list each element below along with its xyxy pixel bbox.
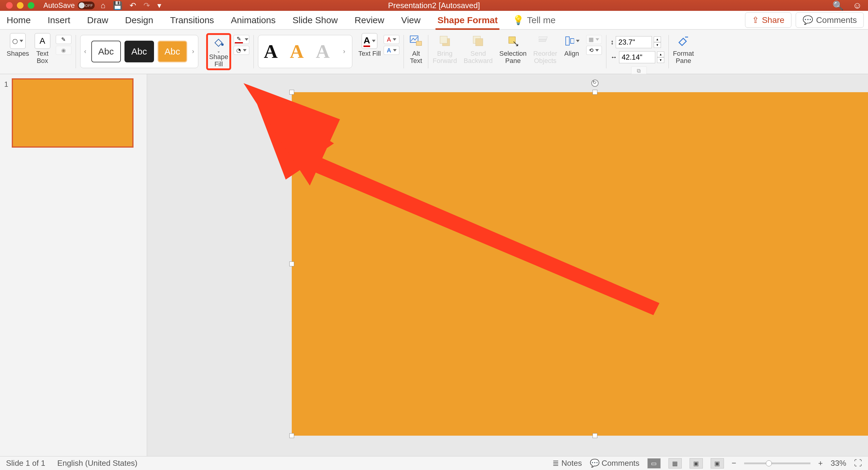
resize-handle-w[interactable] <box>289 261 294 266</box>
text-fill-button[interactable]: A <box>362 33 377 49</box>
minimize-window-button[interactable] <box>17 2 24 9</box>
resize-handle-sw[interactable] <box>289 433 294 438</box>
shape-styles-gallery[interactable]: ‹ Abc Abc Abc › <box>80 35 198 68</box>
width-input[interactable]: 42.14" <box>619 51 655 63</box>
tab-view[interactable]: View <box>399 15 422 25</box>
zoom-level[interactable]: 33% <box>831 459 846 468</box>
slide-thumbnails-pane[interactable]: 1 <box>0 74 147 456</box>
slide-indicator[interactable]: Slide 1 of 1 <box>6 459 45 468</box>
shape-outline-button[interactable]: ✎ <box>234 35 249 44</box>
account-icon[interactable]: ☺ <box>852 0 862 11</box>
wordart-style-3[interactable]: A <box>316 40 330 63</box>
work-area: 1 <box>0 74 868 456</box>
tell-me-search[interactable]: 💡 Tell me <box>513 15 555 25</box>
undo-icon[interactable]: ↶ <box>130 1 136 10</box>
format-pane-group: Format Pane <box>670 32 697 71</box>
width-up[interactable]: ▴ <box>657 52 664 57</box>
autosave-switch[interactable]: OFF <box>78 1 95 9</box>
slide-thumbnail[interactable] <box>12 78 133 148</box>
resize-handle-n[interactable] <box>592 90 597 95</box>
bring-forward-button[interactable] <box>437 33 453 49</box>
share-button[interactable]: ⇪Share <box>745 12 792 28</box>
share-icon: ⇪ <box>752 15 759 25</box>
group-button[interactable]: ▦ <box>586 35 602 44</box>
tab-transitions[interactable]: Transitions <box>168 15 216 25</box>
shape-styles-group: ‹ Abc Abc Abc › <box>77 32 201 71</box>
height-up[interactable]: ▴ <box>654 36 661 42</box>
wordart-next-icon[interactable]: › <box>342 48 347 56</box>
comments-button[interactable]: 💬Comments <box>796 12 864 28</box>
height-input[interactable]: 23.7" <box>616 36 652 48</box>
merge-shapes-button[interactable]: ◉ <box>56 46 71 55</box>
tab-design[interactable]: Design <box>123 15 155 25</box>
resize-handle-nw[interactable] <box>289 90 294 95</box>
shape-fill-group: ⌄ Shape Fill ✎ ◔ <box>203 32 253 71</box>
svg-rect-8 <box>538 39 547 41</box>
text-effects-button[interactable]: A <box>384 46 399 55</box>
shape-fill-button[interactable]: ⌄ Shape Fill <box>206 33 231 70</box>
status-bar: Slide 1 of 1 English (United States) ≣ N… <box>0 456 868 470</box>
maximize-window-button[interactable] <box>28 2 34 9</box>
shape-style-3[interactable]: Abc <box>158 41 187 62</box>
close-window-button[interactable] <box>6 2 13 9</box>
tab-slideshow[interactable]: Slide Show <box>290 15 339 25</box>
gallery-next-icon[interactable]: › <box>191 48 195 56</box>
wordart-style-1[interactable]: A <box>264 40 278 63</box>
textbox-button[interactable]: A <box>35 33 50 49</box>
text-outline-button[interactable]: A <box>384 35 399 44</box>
shape-effects-button[interactable]: ◔ <box>234 46 249 55</box>
tab-draw[interactable]: Draw <box>85 15 110 25</box>
fit-to-window-button[interactable]: ⛶ <box>854 459 862 468</box>
slide-canvas[interactable] <box>147 74 868 456</box>
comments-status-button[interactable]: 💬 Comments <box>590 459 640 468</box>
tab-shape-format[interactable]: Shape Format <box>435 15 499 30</box>
wordart-style-2[interactable]: A <box>290 40 304 63</box>
zoom-in-button[interactable]: + <box>818 459 823 468</box>
resize-handle-s[interactable] <box>592 433 597 438</box>
redo-icon[interactable]: ↷ <box>144 1 150 10</box>
svg-rect-6 <box>475 38 483 46</box>
thumbnail-1[interactable]: 1 <box>4 78 143 148</box>
gallery-prev-icon[interactable]: ‹ <box>83 48 88 56</box>
zoom-out-button[interactable]: − <box>732 459 736 468</box>
size-group: ↕ 23.7" ▴▾ ↔ 42.14" ▴▾ ⧉ ↘ <box>608 32 667 71</box>
format-pane-button[interactable] <box>676 33 691 49</box>
wordart-gallery[interactable]: A A A › <box>258 35 352 68</box>
notes-button[interactable]: ≣ Notes <box>553 459 582 468</box>
arrange-group: Bring Forward Send Backward Selection Pa… <box>430 32 604 71</box>
align-button[interactable] <box>564 33 580 49</box>
shapes-group: ◯ Shapes A Text Box ✎ ◉ <box>4 32 74 71</box>
search-icon[interactable]: 🔍 <box>832 0 844 11</box>
alt-text-button[interactable] <box>408 33 424 49</box>
tab-insert[interactable]: Insert <box>46 15 72 25</box>
selected-rectangle-shape[interactable] <box>292 92 868 436</box>
tab-home[interactable]: Home <box>5 15 33 25</box>
normal-view-button[interactable]: ▭ <box>647 458 661 469</box>
shape-style-2[interactable]: Abc <box>124 41 154 62</box>
width-down[interactable]: ▾ <box>657 57 664 63</box>
comments-icon: 💬 <box>803 15 813 25</box>
shape-style-1[interactable]: Abc <box>91 41 121 62</box>
language-indicator[interactable]: English (United States) <box>57 459 137 468</box>
rotate-handle[interactable] <box>591 80 598 87</box>
slideshow-view-button[interactable]: ▣ <box>711 458 724 469</box>
wordart-styles-group: A A A › <box>255 32 355 71</box>
tab-animations[interactable]: Animations <box>229 15 277 25</box>
window-controls <box>0 2 34 9</box>
home-icon[interactable]: ⌂ <box>101 1 105 10</box>
reading-view-button[interactable]: ▣ <box>689 458 703 469</box>
tab-review[interactable]: Review <box>353 15 386 25</box>
shapes-button[interactable]: ◯ <box>10 33 26 49</box>
edit-shape-button[interactable]: ✎ <box>56 35 71 44</box>
send-backward-button[interactable] <box>470 33 486 49</box>
qat-customize-icon[interactable]: ▾ <box>157 1 161 10</box>
height-down[interactable]: ▾ <box>654 42 661 48</box>
document-title: Presentation2 [Autosaved] <box>388 1 480 10</box>
save-icon[interactable]: 💾 <box>113 1 122 10</box>
zoom-slider[interactable] <box>744 463 810 464</box>
autosave-toggle[interactable]: AutoSave OFF <box>43 1 95 10</box>
sorter-view-button[interactable]: ▦ <box>669 458 682 469</box>
reorder-objects-button[interactable] <box>537 33 553 49</box>
rotate-button[interactable]: ⟲ <box>586 46 602 55</box>
selection-pane-button[interactable] <box>505 33 521 49</box>
